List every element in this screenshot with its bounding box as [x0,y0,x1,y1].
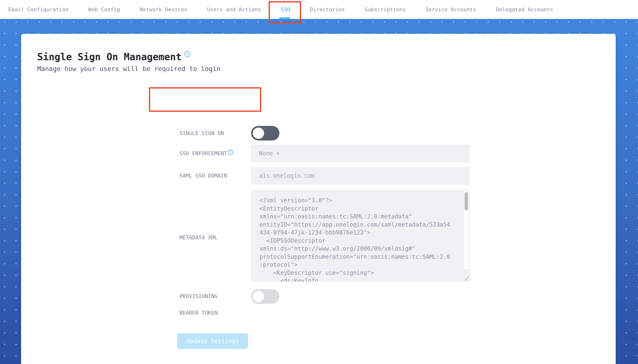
update-settings-button[interactable]: Update Settings [177,333,248,349]
screen: Email Configuration Web Config Network D… [0,0,638,364]
dropdown-arrow-icon: ▼ [277,151,279,156]
sso-enforcement-label-text: SSO ENFORCEMENT [180,150,227,156]
page-title: Single Sign On Management [37,51,182,62]
sso-enforcement-value: None [259,150,273,157]
toggle-knob [253,291,264,302]
info-icon[interactable]: i [184,51,190,57]
tab-web-config[interactable]: Web Config [88,6,120,12]
tab-network-devices[interactable]: Network Devices [140,6,187,12]
saml-sso-domain-label: SAML SSO DOMAIN [180,172,227,179]
page-title-row: Single Sign On Management i [37,51,190,62]
xml-scrollbar-track [464,191,469,270]
tab-service-accounts[interactable]: Service Accounts [426,6,476,12]
tab-users-and-actions[interactable]: Users and Actions [207,6,261,12]
content-card: Single Sign On Management i Manage how y… [21,34,616,364]
metadata-xml-textarea[interactable]: <?xml version="1.0"?> <EntityDescriptor … [251,190,470,282]
single-sign-on-toggle[interactable] [251,126,280,140]
provisioning-toggle[interactable] [251,289,280,304]
tab-sso[interactable]: SSO [280,6,290,12]
tab-subscriptions[interactable]: Subscriptions [364,6,406,12]
single-sign-on-label: SINGLE SIGN ON [180,130,224,137]
xml-scrollbar-thumb[interactable] [464,192,468,210]
tab-directories[interactable]: Directories [310,6,345,12]
metadata-xml-label: METADATA XML [180,234,218,241]
saml-sso-domain-value: a1s.onelogin.com [259,172,314,179]
metadata-xml-content: <?xml version="1.0"?> <EntityDescriptor … [251,190,470,282]
saml-sso-domain-input[interactable]: a1s.onelogin.com [251,167,470,185]
sso-enforcement-select[interactable]: None ▼ [251,144,470,162]
tab-email-configuration[interactable]: Email Configuration [8,6,68,12]
sso-enforcement-label: SSO ENFORCEMENTi [180,150,233,157]
provisioning-label: PROVISIONING [180,293,218,300]
toggle-knob [253,128,264,139]
top-nav: Email Configuration Web Config Network D… [0,0,638,19]
active-tab-underline [280,17,290,19]
tab-delegated-accounts[interactable]: Delegated Accounts [496,6,553,12]
bearer-token-label: BEARER TOKEN [180,310,218,316]
info-icon-sso-enforcement[interactable]: i [228,150,233,155]
page-subtitle: Manage how your users will be required t… [37,65,220,72]
